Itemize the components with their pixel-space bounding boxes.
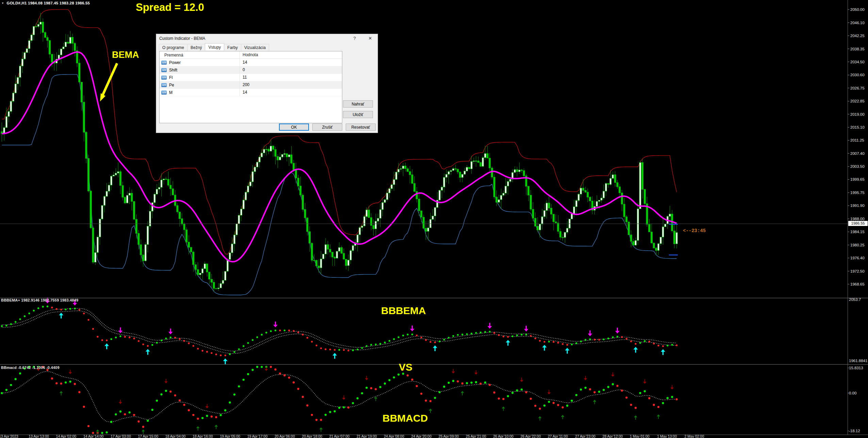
bear-candle: [165, 179, 167, 180]
bbbema-dot-up: [156, 342, 158, 343]
price-axis-label: 1968.65: [850, 282, 865, 286]
bbmacd-dot-down: [142, 426, 144, 428]
bear-candle: [215, 288, 217, 289]
bbbema-dot-down: [598, 339, 600, 341]
bull-candle: [254, 167, 256, 172]
bull-candle: [263, 149, 265, 153]
bear-candle: [122, 185, 124, 197]
bear-candle: [327, 245, 329, 249]
tab-bežný[interactable]: Bežný: [187, 44, 205, 51]
bear-candle: [172, 189, 174, 195]
bbmacd-dot-up: [220, 414, 222, 416]
bbbema-dot-down: [594, 339, 595, 340]
bear-candle: [418, 199, 420, 211]
bbmacd-dot-down: [270, 366, 272, 368]
bull-candle: [220, 283, 222, 288]
bbbema-dot-up: [521, 334, 523, 336]
bbmacd-dot-down: [302, 396, 304, 398]
param-value[interactable]: 200: [240, 81, 342, 88]
tab-farby[interactable]: Farby: [224, 44, 241, 51]
bbmacd-dot-up: [5, 389, 7, 391]
bbmacd-dot-up: [603, 389, 605, 391]
ok-button[interactable]: OK: [279, 124, 309, 131]
vs-annotation: VS: [399, 361, 412, 373]
sell-signal-arrow: [168, 332, 173, 335]
macd-up-arrow: [561, 415, 564, 417]
bbbema-upper-envelope: [2, 308, 677, 351]
bbbema-dot-down: [179, 338, 181, 340]
bull-candle: [31, 35, 32, 41]
bbbema-dot-up: [252, 339, 253, 341]
bbbema-dot-down: [215, 354, 217, 355]
bull-candle: [252, 172, 253, 182]
bbmacd-dot-up: [261, 366, 263, 368]
bbbema-dot-down: [79, 309, 80, 311]
bear-candle: [607, 183, 609, 184]
param-row-fi[interactable]: 123FI11: [160, 74, 342, 81]
bbmacd-dot-down: [539, 408, 541, 410]
bbbema-dot-up: [357, 348, 358, 350]
macd-down-arrow: [584, 378, 587, 380]
bbmacd-dot-down: [306, 404, 308, 406]
bbbema-pane[interactable]: [1, 297, 677, 364]
bear-candle: [85, 132, 87, 159]
chart-frame: [0, 0, 868, 435]
price-axis-label: 2003.50: [850, 164, 865, 168]
bbbema-dot-down: [92, 328, 94, 330]
bear-candle: [42, 22, 44, 33]
bbbema-dot-up: [15, 321, 16, 323]
param-row-m[interactable]: 123M14: [160, 89, 342, 96]
bbmacd-dot-down: [429, 400, 431, 402]
bbmacd-pane[interactable]: [1, 366, 677, 434]
bear-candle: [195, 265, 197, 270]
reset-button[interactable]: Resetovať: [346, 124, 376, 131]
bbbema-dot-down: [343, 349, 345, 351]
bbmacd-dot-up: [575, 394, 577, 396]
time-axis-label: 21 Apr 19:00: [357, 434, 377, 438]
tab-vstupy[interactable]: Vstupy: [205, 43, 224, 50]
bear-candle: [35, 26, 37, 27]
dialog-titlebar[interactable]: Custom Indicator - BEMA ? ✕: [156, 34, 378, 43]
chart-canvas[interactable]: 2050.002046.102042.252038.352034.502030.…: [0, 0, 868, 438]
macd-up-arrow: [60, 391, 63, 393]
bbbema-dot-down: [174, 337, 176, 339]
bbbema-dot-down: [434, 341, 436, 343]
load-button[interactable]: Nahrať: [343, 100, 373, 108]
param-row-pe[interactable]: 123Pe200: [160, 81, 342, 89]
symbol-dropdown-icon[interactable]: ▼: [1, 2, 4, 5]
param-value[interactable]: 14: [240, 89, 342, 96]
bbmacd-dot-up: [598, 391, 600, 393]
tab-vizualizácia[interactable]: Vizualizácia: [241, 44, 269, 51]
bull-candle: [115, 173, 117, 175]
param-value[interactable]: 0: [240, 66, 342, 74]
param-value[interactable]: 11: [240, 74, 342, 81]
bbmacd-dot-down: [315, 419, 317, 421]
help-button[interactable]: ?: [351, 36, 358, 41]
bbmacd-annotation: BBMACD: [382, 412, 428, 424]
save-button[interactable]: Uložiť: [343, 111, 373, 118]
bbbema-dot-down: [630, 340, 632, 342]
bull-candle: [386, 193, 388, 200]
bear-candle: [644, 189, 645, 204]
param-value[interactable]: 14: [240, 59, 342, 66]
close-icon[interactable]: ✕: [367, 36, 374, 41]
bull-candle: [482, 158, 484, 166]
bull-candle: [509, 179, 511, 181]
bbmacd-dot-down: [457, 380, 459, 383]
time-axis-label: 13 Apr 2023: [0, 434, 18, 438]
bbbema-dot-down: [416, 335, 417, 336]
bbmacd-dot-up: [507, 395, 509, 397]
bear-candle: [560, 231, 561, 237]
macd-up-arrow: [96, 429, 99, 432]
cancel-button[interactable]: Zrušiť: [312, 124, 342, 131]
param-row-shift[interactable]: 123Shift0: [160, 66, 342, 74]
dialog-tabstrip: O programeBežnýVstupyFarbyVizualizácia: [159, 44, 269, 51]
param-row-power[interactable]: 123Power14: [160, 59, 342, 66]
bull-candle: [580, 188, 582, 194]
bull-candle: [475, 161, 477, 161]
bbmacd-dot-down: [169, 390, 171, 392]
tab-o-programe[interactable]: O programe: [159, 44, 187, 51]
bull-candle: [484, 153, 486, 158]
param-name: M: [169, 90, 173, 95]
bbmacd-dot-up: [511, 392, 513, 394]
